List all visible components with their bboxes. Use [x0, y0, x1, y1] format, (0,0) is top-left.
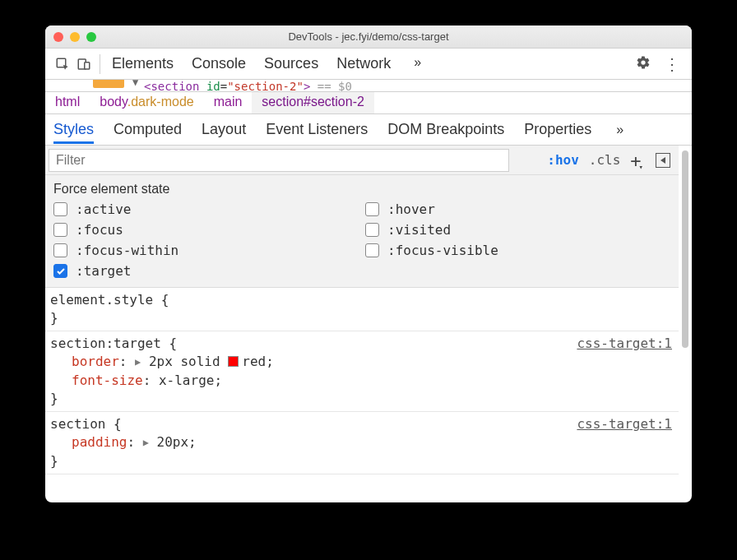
checkbox-icon[interactable]: [53, 264, 67, 278]
scrollbar[interactable]: [682, 150, 688, 348]
force-state-focus[interactable]: :focus: [53, 222, 359, 238]
rule-source-link[interactable]: css-target:1: [577, 415, 672, 433]
force-state-label: :visited: [387, 222, 451, 238]
panel-tabs: Elements Console Sources Network »: [112, 55, 426, 72]
filter-input[interactable]: [49, 149, 509, 172]
styles-pane: :hov .cls +▾ Force element state :active…: [45, 146, 692, 502]
property-value[interactable]: 20px;: [157, 434, 197, 450]
checkbox-icon[interactable]: [53, 243, 67, 257]
dom-tag: section: [151, 80, 199, 91]
expand-icon[interactable]: ▶: [135, 353, 141, 371]
force-state-hover[interactable]: :hover: [365, 201, 670, 217]
color-swatch-icon[interactable]: [228, 356, 239, 367]
svg-rect-2: [85, 62, 90, 68]
tab-elements[interactable]: Elements: [112, 55, 174, 72]
device-toggle-icon[interactable]: [73, 57, 95, 72]
inspect-icon[interactable]: [52, 57, 73, 72]
divider: [100, 54, 100, 74]
force-state-label: :hover: [387, 201, 435, 217]
more-menu-icon[interactable]: ⋮: [657, 54, 685, 74]
property-name[interactable]: border: [72, 354, 119, 369]
checkbox-icon[interactable]: [53, 223, 67, 237]
settings-icon[interactable]: [629, 55, 657, 72]
subtab-layout[interactable]: Layout: [202, 116, 246, 143]
css-rule[interactable]: element.style {}: [45, 288, 679, 331]
force-state-target[interactable]: :target: [53, 263, 359, 279]
css-property[interactable]: padding: ▶ 20px;: [72, 433, 674, 452]
property-value[interactable]: red;: [242, 354, 274, 369]
window-title: DevTools - jec.fyi/demo/css-target: [45, 30, 692, 43]
tab-network[interactable]: Network: [336, 55, 391, 72]
subtab-computed[interactable]: Computed: [114, 116, 182, 143]
expand-caret-icon[interactable]: ▼: [132, 80, 138, 88]
checkbox-icon[interactable]: [365, 202, 379, 216]
hov-toggle[interactable]: :hov: [547, 152, 579, 168]
tab-sources[interactable]: Sources: [264, 55, 318, 72]
subtab-dom-breakpoints[interactable]: DOM Breakpoints: [387, 116, 504, 143]
breadcrumb: html body.dark-mode main section#section…: [45, 91, 692, 114]
force-state-panel: Force element state :active:hover:focus:…: [45, 175, 679, 288]
force-state-focuswithin[interactable]: :focus-within: [53, 243, 359, 258]
rule-selector[interactable]: section: [50, 416, 105, 432]
subtab-properties[interactable]: Properties: [524, 116, 591, 143]
dom-tail: == $0: [310, 80, 352, 91]
force-state-label: :target: [76, 263, 131, 279]
more-tabs-icon[interactable]: »: [409, 55, 426, 72]
rule-selector[interactable]: element.style: [50, 292, 153, 308]
css-rule[interactable]: css-target:1section:target {border: ▶ 2p…: [45, 331, 679, 412]
main-toolbar: Elements Console Sources Network » ⋮: [45, 49, 692, 80]
rule-source-link[interactable]: css-target:1: [577, 335, 672, 353]
filter-bar: :hov .cls +▾: [45, 146, 679, 175]
titlebar: DevTools - jec.fyi/demo/css-target: [45, 25, 692, 49]
dom-highlight: [93, 80, 124, 88]
close-icon[interactable]: [53, 32, 63, 42]
checkbox-icon[interactable]: [365, 243, 379, 257]
window-controls: [53, 32, 96, 42]
crumb-section[interactable]: section#section-2: [252, 92, 374, 113]
more-subtabs-icon[interactable]: »: [611, 123, 628, 137]
crumb-body[interactable]: body.dark-mode: [90, 92, 203, 113]
force-state-visited[interactable]: :visited: [365, 222, 670, 238]
dom-attr: id: [206, 80, 220, 91]
checkbox-icon[interactable]: [365, 223, 379, 237]
sidebar-tabs: Styles Computed Layout Event Listeners D…: [45, 114, 692, 146]
force-state-title: Force element state: [53, 182, 670, 197]
subtab-event-listeners[interactable]: Event Listeners: [266, 116, 368, 143]
devtools-window: DevTools - jec.fyi/demo/css-target Eleme…: [45, 25, 692, 502]
property-value[interactable]: 2px solid: [149, 354, 228, 369]
property-value[interactable]: x-large;: [159, 373, 222, 388]
css-property[interactable]: border: ▶ 2px solid red;: [72, 353, 674, 372]
force-state-label: :focus-visible: [387, 243, 498, 258]
dom-selected-line[interactable]: ▼ <section id="section-2"> == $0: [45, 80, 692, 91]
force-state-label: :focus-within: [76, 243, 178, 258]
expand-icon[interactable]: ▶: [143, 433, 149, 451]
tab-console[interactable]: Console: [192, 55, 246, 72]
checkbox-icon[interactable]: [53, 202, 67, 216]
dom-val: "section-2": [227, 80, 304, 91]
crumb-main[interactable]: main: [204, 92, 253, 113]
rule-selector[interactable]: section:target: [50, 336, 161, 351]
crumb-html[interactable]: html: [45, 92, 90, 113]
new-rule-button[interactable]: +▾: [630, 151, 646, 169]
css-property[interactable]: font-size: x-large;: [72, 372, 674, 390]
cls-toggle[interactable]: .cls: [589, 152, 621, 168]
property-name[interactable]: padding: [72, 434, 127, 450]
force-state-active[interactable]: :active: [53, 201, 359, 217]
zoom-icon[interactable]: [86, 32, 96, 42]
property-name[interactable]: font-size: [72, 373, 143, 388]
force-state-label: :focus: [76, 222, 123, 238]
minimize-icon[interactable]: [70, 32, 80, 42]
force-state-label: :active: [76, 201, 131, 217]
toggle-panel-icon[interactable]: [656, 153, 670, 168]
css-rule[interactable]: css-target:1section {padding: ▶ 20px;}: [45, 412, 679, 474]
force-state-focusvisible[interactable]: :focus-visible: [365, 243, 670, 258]
subtab-styles[interactable]: Styles: [53, 116, 94, 144]
